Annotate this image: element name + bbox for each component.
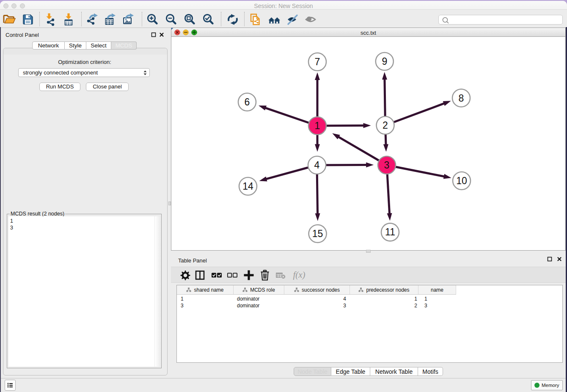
svg-text:1: 1 [315, 120, 320, 131]
svg-text:10: 10 [456, 175, 467, 186]
svg-text:11: 11 [385, 226, 395, 237]
svg-text:3: 3 [384, 160, 390, 171]
svg-text:f(x): f(x) [293, 270, 305, 280]
svg-text:7: 7 [315, 56, 320, 67]
svg-text:2: 2 [383, 120, 388, 131]
svg-text:9: 9 [382, 56, 387, 67]
svg-text:14: 14 [242, 181, 253, 192]
svg-text:6: 6 [245, 97, 250, 108]
svg-text:15: 15 [312, 228, 323, 239]
svg-text:8: 8 [459, 93, 464, 104]
svg-text:4: 4 [314, 160, 320, 171]
